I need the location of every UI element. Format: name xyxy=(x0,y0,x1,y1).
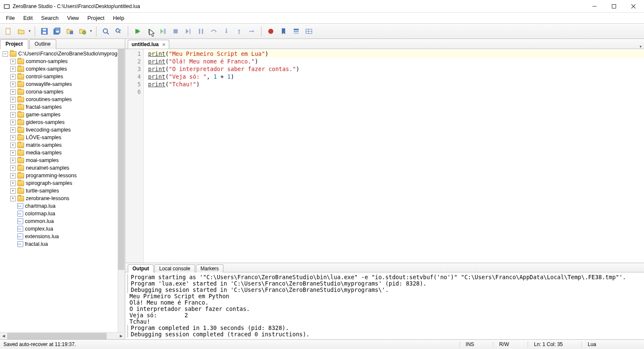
save-all-button[interactable] xyxy=(51,25,63,37)
expand-icon[interactable]: + xyxy=(10,74,16,80)
tree-folder[interactable]: +conwaylife-samples xyxy=(0,80,125,88)
collapse-icon[interactable]: − xyxy=(3,51,8,57)
project-dir-button[interactable] xyxy=(64,25,76,37)
statusbar: Saved auto-recover at 11:19:37. INS R/W … xyxy=(0,339,644,349)
scroll-left-icon[interactable]: ◀ xyxy=(0,333,7,339)
watch-button[interactable] xyxy=(303,25,315,37)
detach-button[interactable] xyxy=(182,25,194,37)
code-line[interactable]: print("O interpretador saber fazer conta… xyxy=(148,65,644,73)
replace-button[interactable] xyxy=(113,25,124,37)
tree-file[interactable]: fractal.lua xyxy=(0,240,125,248)
pause-button[interactable] xyxy=(195,25,207,37)
tree-folder[interactable]: +game-samples xyxy=(0,111,125,118)
expand-icon[interactable]: + xyxy=(10,59,16,64)
scroll-right-icon[interactable]: ▶ xyxy=(118,333,125,339)
tree-root[interactable]: − C:\Users\Franco\ZeroBraneStudio\myprog… xyxy=(0,50,125,58)
breakpoint-button[interactable] xyxy=(265,25,277,37)
tree-folder[interactable]: +common-samples xyxy=(0,58,125,65)
tree-folder[interactable]: +livecoding-samples xyxy=(0,126,125,134)
menu-edit[interactable]: Edit xyxy=(19,13,37,23)
close-button[interactable] xyxy=(624,0,643,12)
maximize-button[interactable] xyxy=(604,0,624,12)
recent-projects-button[interactable] xyxy=(77,25,88,37)
tab-markers[interactable]: Markers xyxy=(196,264,223,272)
expand-icon[interactable]: + xyxy=(10,97,16,102)
expand-icon[interactable]: + xyxy=(10,150,16,156)
menu-view[interactable]: View xyxy=(63,13,83,23)
expand-icon[interactable]: + xyxy=(10,181,16,186)
open-dropdown-icon[interactable]: ▼ xyxy=(28,29,31,33)
tree-vertical-scrollbar[interactable] xyxy=(118,49,125,332)
open-file-button[interactable] xyxy=(15,25,27,37)
run-button[interactable] xyxy=(132,25,143,37)
expand-icon[interactable]: + xyxy=(10,196,16,201)
tree-folder[interactable]: +moai-samples xyxy=(0,157,125,164)
menu-project[interactable]: Project xyxy=(83,13,109,23)
expand-icon[interactable]: + xyxy=(10,82,16,87)
expand-icon[interactable]: + xyxy=(10,104,16,110)
menu-search[interactable]: Search xyxy=(37,13,63,23)
code-line[interactable]: print("Meu Primeiro Script em Lua") xyxy=(148,50,644,58)
tree-folder[interactable]: +gideros-samples xyxy=(0,118,125,126)
expand-icon[interactable]: + xyxy=(10,66,16,72)
expand-icon[interactable]: + xyxy=(10,165,16,171)
new-file-button[interactable] xyxy=(3,25,14,37)
tab-project[interactable]: Project xyxy=(0,39,28,49)
tree-file[interactable]: extensions.lua xyxy=(0,233,125,240)
tree-folder[interactable]: +matrix-samples xyxy=(0,141,125,149)
tree-folder[interactable]: +media-samples xyxy=(0,149,125,157)
tree-folder[interactable]: +corona-samples xyxy=(0,88,125,96)
stop-button[interactable] xyxy=(170,25,182,37)
tree-horizontal-scrollbar[interactable]: ◀ ▶ xyxy=(0,332,125,339)
expand-icon[interactable]: + xyxy=(10,135,16,140)
expand-icon[interactable]: + xyxy=(10,173,16,179)
run-to-cursor-button[interactable] xyxy=(157,25,169,37)
tab-outline[interactable]: Outline xyxy=(29,39,56,49)
find-button[interactable] xyxy=(100,25,112,37)
expand-icon[interactable]: + xyxy=(10,158,16,163)
tree-file[interactable]: complex.lua xyxy=(0,225,125,233)
tab-output[interactable]: Output xyxy=(128,264,154,272)
project-tree[interactable]: − C:\Users\Franco\ZeroBraneStudio\myprog… xyxy=(0,49,125,332)
expand-icon[interactable]: + xyxy=(10,112,16,118)
minimize-button[interactable] xyxy=(585,0,604,12)
tree-folder[interactable]: +zerobrane-lessons xyxy=(0,195,125,202)
step-into-button[interactable] xyxy=(220,25,232,37)
bookmark-button[interactable] xyxy=(278,25,289,37)
editor-tab[interactable]: untitled.lua ✕ xyxy=(128,40,169,49)
tree-folder[interactable]: +turtle-samples xyxy=(0,187,125,195)
expand-icon[interactable]: + xyxy=(10,120,16,125)
expand-icon[interactable]: + xyxy=(10,127,16,133)
tree-folder[interactable]: +spirograph-samples xyxy=(0,179,125,187)
expand-icon[interactable]: + xyxy=(10,89,16,95)
tree-file[interactable]: common.lua xyxy=(0,217,125,225)
step-button[interactable] xyxy=(246,25,258,37)
debug-button[interactable] xyxy=(144,25,156,37)
step-out-button[interactable] xyxy=(233,25,245,37)
tree-folder[interactable]: +complex-samples xyxy=(0,65,125,73)
tree-folder[interactable]: +neuralnet-samples xyxy=(0,164,125,172)
tree-folder[interactable]: +control-samples xyxy=(0,73,125,80)
menu-help[interactable]: Help xyxy=(109,13,129,23)
tree-folder[interactable]: +coroutines-samples xyxy=(0,96,125,103)
step-over-button[interactable] xyxy=(208,25,220,37)
expand-icon[interactable]: + xyxy=(10,188,16,194)
stack-button[interactable] xyxy=(290,25,302,37)
tab-list-dropdown-icon[interactable]: ▼ xyxy=(637,45,644,49)
code-line[interactable]: print("Olá! Meu nome é Franco.") xyxy=(148,58,644,65)
menu-file[interactable]: File xyxy=(2,13,19,23)
tab-local-console[interactable]: Local console xyxy=(154,264,195,272)
tree-folder[interactable]: +fractal-samples xyxy=(0,103,125,111)
code-line[interactable]: print("Veja só: ", 1 + 1) xyxy=(148,73,644,80)
save-button[interactable] xyxy=(39,25,50,37)
expand-icon[interactable]: + xyxy=(10,143,16,148)
tree-file[interactable]: colormap.lua xyxy=(0,210,125,217)
output-console[interactable]: Program starting as '"C:\Users\Franco\Ze… xyxy=(125,272,644,339)
tree-folder[interactable]: +LÖVE-samples xyxy=(0,134,125,141)
tab-close-icon[interactable]: ✕ xyxy=(162,42,165,47)
recent-projects-dropdown-icon[interactable]: ▼ xyxy=(89,29,93,33)
tree-file[interactable]: chartmap.lua xyxy=(0,202,125,210)
code-line[interactable]: print("Tchau!") xyxy=(148,80,644,88)
code-editor[interactable]: 123456 print("Meu Primeiro Script em Lua… xyxy=(125,49,644,263)
tree-folder[interactable]: +programming-lessons xyxy=(0,172,125,179)
